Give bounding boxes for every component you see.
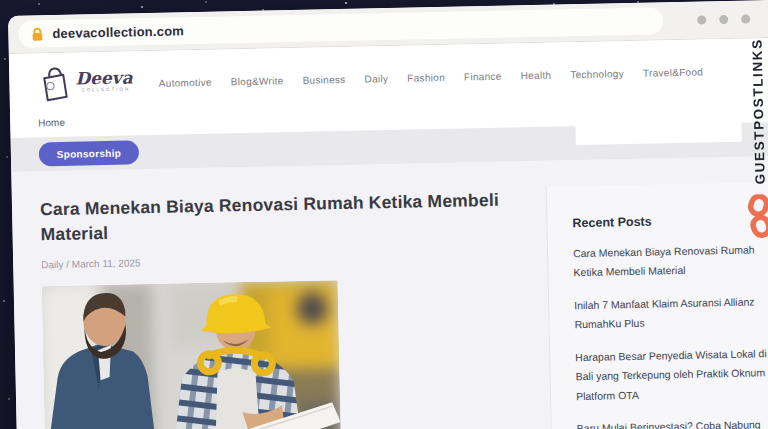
- watermark-text: GUESTPOSTLINKS: [749, 38, 767, 184]
- search-input[interactable]: [575, 115, 742, 145]
- nav-item-finance[interactable]: Finance: [464, 70, 502, 82]
- recent-post-link-2[interactable]: Inilah 7 Manfaat Klaim Asuransi Allianz …: [574, 292, 768, 335]
- guestpostlinks-watermark: GUESTPOSTLINKS: [741, 38, 768, 239]
- nav-item-travelfood[interactable]: Travel&Food: [643, 66, 703, 78]
- page-content: Cara Menekan Biaya Renovasi Rumah Ketika…: [11, 156, 768, 429]
- article-photo: [42, 280, 341, 429]
- nav-item-blogwrite[interactable]: Blog&Write: [231, 75, 284, 87]
- main-nav: Automotive Blog&Write Business Daily Fas…: [159, 66, 704, 88]
- star-speckles: [0, 0, 2, 2]
- url-text: deevacollection.com: [52, 23, 184, 41]
- logo-name: Deeva: [75, 69, 133, 87]
- nav-item-fashion[interactable]: Fashion: [407, 71, 445, 83]
- recent-post-link-3[interactable]: Harapan Besar Penyedia Wisata Lokal di B…: [575, 344, 768, 407]
- article-date: March 11, 2025: [72, 257, 141, 269]
- shopping-bag-icon: [37, 66, 72, 105]
- nav-item-automotive[interactable]: Automotive: [159, 76, 212, 88]
- article-column: Cara Menekan Biaya Renovasi Rumah Ketika…: [40, 187, 539, 429]
- chain-link-icon: [747, 194, 768, 239]
- nav-item-health[interactable]: Health: [520, 69, 551, 81]
- browser-window: deevacollection.com Deeva: [8, 0, 768, 429]
- nav-item-technology[interactable]: Technology: [570, 68, 624, 80]
- recent-post-link-1[interactable]: Cara Menekan Biaya Renovasi Rumah Ketika…: [573, 240, 768, 283]
- window-control-dots[interactable]: [697, 14, 750, 24]
- article-title: Cara Menekan Biaya Renovasi Rumah Ketika…: [40, 188, 511, 248]
- recent-posts-title: Recent Posts: [572, 212, 768, 230]
- logo-subtext: collection: [76, 87, 133, 93]
- nav-item-daily[interactable]: Daily: [364, 73, 388, 84]
- screenshot-stage: deevacollection.com Deeva: [0, 0, 768, 429]
- recent-posts-sidebar: Recent Posts Cara Menekan Biaya Renovasi…: [546, 182, 768, 429]
- lock-icon: [31, 27, 43, 41]
- recent-post-link-4[interactable]: Baru Mulai Berinvestasi? Coba Nabung Ema…: [577, 415, 768, 429]
- site-logo[interactable]: Deeva collection: [37, 64, 133, 104]
- breadcrumb-home-link[interactable]: Home: [38, 117, 65, 129]
- article-meta: Daily / March 11, 2025: [41, 249, 535, 270]
- article-category-link[interactable]: Daily: [41, 259, 63, 270]
- nav-item-business[interactable]: Business: [302, 73, 345, 85]
- address-bar[interactable]: deevacollection.com: [18, 7, 663, 48]
- sponsorship-button[interactable]: Sponsorship: [39, 140, 139, 166]
